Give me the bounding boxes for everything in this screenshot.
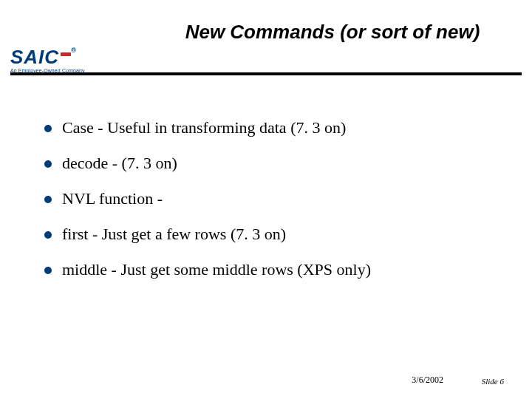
bullet-icon bbox=[44, 125, 52, 132]
content-list: Case - Useful in transforming data (7. 3… bbox=[44, 118, 502, 296]
bullet-icon bbox=[44, 196, 52, 203]
bullet-icon bbox=[44, 160, 52, 168]
list-item: middle - Just get some middle rows (XPS … bbox=[44, 260, 502, 279]
divider bbox=[10, 72, 522, 75]
bullet-icon bbox=[44, 231, 52, 239]
slide-title: New Commands (or sort of new) bbox=[0, 21, 532, 44]
list-item-text: decode - (7. 3 on) bbox=[62, 154, 177, 173]
list-item-text: NVL function - bbox=[62, 189, 163, 208]
list-item: decode - (7. 3 on) bbox=[44, 154, 502, 173]
list-item-text: Case - Useful in transforming data (7. 3… bbox=[62, 118, 346, 137]
list-item: Case - Useful in transforming data (7. 3… bbox=[44, 118, 502, 137]
bullet-icon bbox=[44, 267, 52, 274]
logo-name: SAIC bbox=[10, 46, 59, 68]
list-item: NVL function - bbox=[44, 189, 502, 208]
logo-text: SAIC® bbox=[10, 47, 99, 66]
logo: SAIC® An Employee-Owned Company bbox=[10, 47, 99, 73]
footer-date: 3/6/2002 bbox=[412, 375, 443, 386]
footer-slide-number: Slide 6 bbox=[482, 377, 504, 386]
list-item-text: middle - Just get some middle rows (XPS … bbox=[62, 260, 371, 279]
slide: New Commands (or sort of new) SAIC® An E… bbox=[0, 0, 532, 399]
list-item: first - Just get a few rows (7. 3 on) bbox=[44, 225, 502, 244]
logo-dash-icon bbox=[61, 52, 71, 56]
logo-registered-icon: ® bbox=[71, 47, 77, 54]
list-item-text: first - Just get a few rows (7. 3 on) bbox=[62, 225, 286, 244]
